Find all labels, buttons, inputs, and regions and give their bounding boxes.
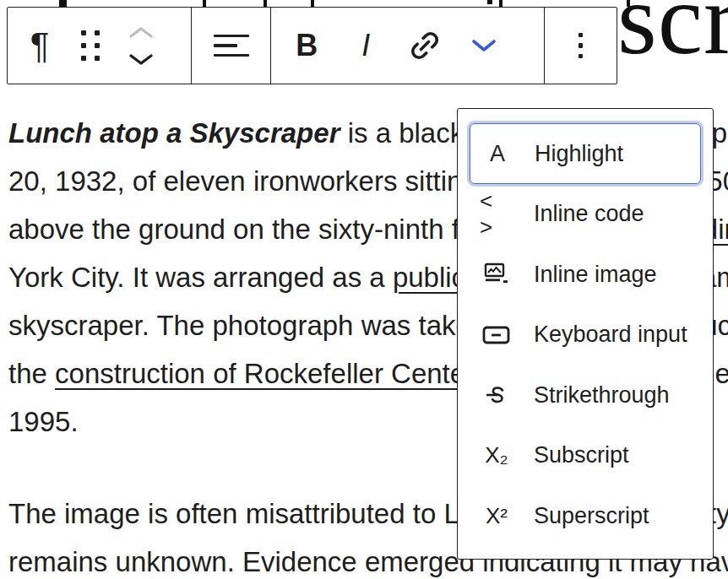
menu-item-inline-code[interactable]: < > Inline code	[458, 184, 713, 245]
inline-format-group: B I	[270, 8, 544, 84]
inline-image-icon	[480, 261, 513, 288]
article-text: the	[8, 358, 55, 389]
more-formats-button[interactable]	[464, 19, 504, 73]
post-title-fragment[interactable]: scr	[617, 0, 728, 78]
highlight-icon: A	[481, 141, 514, 167]
link-button[interactable]	[405, 19, 445, 73]
subscript-icon: X₂	[480, 442, 513, 468]
clipped-title-stem	[499, 0, 503, 7]
chevron-down-icon	[128, 53, 154, 66]
move-up-button[interactable]	[121, 25, 161, 39]
paragraph-icon: ¶	[30, 28, 50, 63]
article-text-line[interactable]: 1995.	[8, 405, 79, 439]
bold-button[interactable]: B	[286, 19, 327, 73]
keyboard-input-icon	[480, 322, 513, 349]
bold-icon: B	[296, 30, 318, 61]
menu-item-highlight[interactable]: A Highlight	[470, 123, 701, 184]
align-left-icon	[214, 35, 249, 57]
menu-item-subscript[interactable]: X₂ Subscript	[458, 425, 713, 486]
chevron-down-blue-icon	[470, 39, 497, 52]
link-icon	[405, 26, 444, 65]
strikethrough-icon	[480, 381, 513, 409]
move-down-button[interactable]	[121, 52, 161, 66]
inline-code-icon: < >	[480, 188, 513, 241]
paragraph-block-button[interactable]: ¶	[19, 19, 60, 73]
block-editor-canvas: scr Lunch atop a Skyscraper is a black-a…	[0, 0, 728, 579]
drag-handle[interactable]	[70, 19, 111, 73]
ellipsis-vertical-icon	[579, 33, 584, 59]
article-text: 1995.	[8, 406, 79, 437]
italic-button[interactable]: I	[345, 19, 386, 73]
article-title-text[interactable]: Lunch atop a Skyscraper	[8, 117, 340, 149]
menu-item-inline-image[interactable]: Inline image	[458, 245, 713, 306]
drag-handle-icon	[81, 30, 100, 61]
block-mover	[121, 25, 161, 66]
format-menu: A Highlight < > Inline code Inline image…	[457, 108, 714, 560]
menu-item-strikethrough[interactable]: Strikethrough	[458, 365, 713, 426]
options-group	[544, 8, 617, 84]
block-toolbar: ¶	[7, 7, 617, 84]
chevron-up-icon	[128, 26, 154, 39]
menu-item-superscript[interactable]: X² Superscript	[458, 486, 713, 547]
article-link[interactable]: construction of Rockefeller Center	[55, 358, 473, 389]
clipped-title-stem	[263, 0, 267, 7]
menu-item-keyboard-input[interactable]: Keyboard input	[458, 305, 713, 365]
italic-icon: I	[361, 30, 370, 61]
clipped-title-stem	[311, 0, 314, 7]
alignment-group	[191, 8, 270, 84]
superscript-icon: X²	[480, 503, 513, 529]
options-button[interactable]	[561, 19, 601, 73]
clipped-title-stem	[487, 0, 492, 4]
article-text: York City. It was arranged as a	[8, 262, 393, 293]
block-controls-group: ¶	[8, 8, 191, 84]
clipped-title-stem	[203, 0, 206, 7]
align-button[interactable]	[211, 19, 252, 73]
